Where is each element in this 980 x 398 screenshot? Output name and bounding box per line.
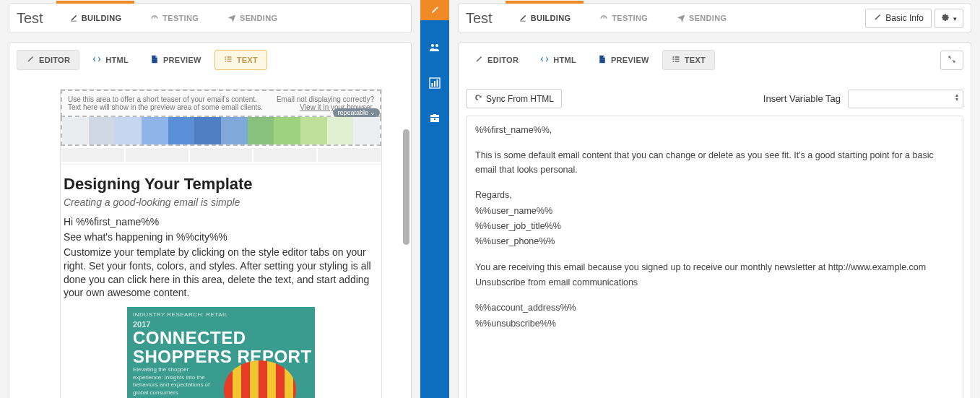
settings-dropdown[interactable] (935, 9, 963, 28)
tab-building[interactable]: BUILDING (56, 4, 135, 33)
repeatable-badge[interactable]: repeatable ⌄ (333, 108, 380, 117)
tab-sending[interactable]: SENDING (664, 4, 740, 33)
caret-down-icon (953, 13, 957, 23)
tab-label: SENDING (240, 14, 277, 22)
edit-icon (69, 14, 78, 22)
step-tabs-left: BUILDING TESTING SENDING (56, 4, 404, 33)
repeatable-label: repeatable (337, 109, 368, 116)
text-line: %%first_name%%, (475, 124, 954, 137)
svg-rect-1 (432, 83, 433, 87)
etab-label: HTML (553, 56, 576, 64)
editor-tabs-right: EDITOR HTML PREVIEW (466, 50, 963, 70)
content-subtitle: Creating a good-looking email is simple (64, 196, 378, 208)
text-line: Unsubscribe from email communications (475, 276, 954, 290)
editor-tab-preview[interactable]: PREVIEW (589, 51, 658, 69)
text-line: %%user_phone%% (475, 235, 954, 248)
expand-icon (948, 55, 956, 66)
right-header: Test BUILDING TESTING (458, 3, 971, 33)
etab-label: HTML (105, 56, 129, 64)
tab-label: TESTING (162, 14, 199, 22)
right-pane: Test BUILDING TESTING (449, 0, 980, 398)
editor-tab-html[interactable]: HTML (532, 51, 585, 69)
etab-label: PREVIEW (611, 56, 649, 64)
tab-sending[interactable]: SENDING (214, 4, 290, 33)
etab-label: TEXT (237, 56, 258, 64)
scrollbar[interactable] (403, 129, 409, 245)
list-icon (224, 55, 233, 65)
pencil-icon (873, 13, 882, 24)
teaser-row[interactable]: Use this area to offer a short teaser of… (61, 90, 381, 117)
chart-icon[interactable] (426, 74, 443, 94)
left-header: Test BUILDING TESTING (9, 3, 412, 33)
teaser-line1: Email not displaying correctly? (277, 95, 374, 103)
code-icon (540, 55, 549, 65)
content-paragraph: Customize your template by clicking on t… (64, 246, 378, 300)
basic-info-button[interactable]: Basic Info (865, 9, 932, 28)
etab-label: EDITOR (487, 56, 519, 64)
header-actions: Basic Info (865, 9, 963, 28)
content-heading: Designing Your Template (64, 175, 378, 194)
list-icon (672, 55, 680, 65)
tab-label: SENDING (689, 14, 727, 22)
chevron-down-icon: ⌄ (370, 109, 376, 116)
email-preview: Use this area to offer a short teaser of… (60, 89, 382, 398)
editor-tab-editor[interactable]: EDITOR (17, 50, 79, 70)
editor-tab-text[interactable]: TEXT (214, 50, 267, 70)
gauge-icon (599, 14, 608, 22)
text-line: %%account_address%% (475, 301, 954, 315)
editor-tab-text[interactable]: TEXT (662, 50, 715, 70)
sidebar-rail (420, 0, 449, 398)
tab-testing[interactable]: TESTING (586, 4, 661, 33)
file-icon (598, 55, 607, 65)
content-line2: See what's happening in %%city%% (64, 230, 378, 244)
etab-label: PREVIEW (163, 56, 201, 64)
pencil-icon (474, 55, 483, 65)
text-line: %%unsubscribe%% (475, 317, 954, 331)
content-block[interactable]: Designing Your Template Creating a good-… (61, 165, 381, 398)
tab-label: BUILDING (531, 14, 571, 22)
briefcase-icon[interactable] (426, 110, 443, 129)
rail-edit-button[interactable] (420, 0, 449, 20)
page-title-right: Test (466, 10, 506, 27)
code-icon (92, 55, 101, 65)
sync-label: Sync From HTML (486, 94, 554, 104)
basic-info-label: Basic Info (885, 13, 924, 23)
page-title-left: Test (17, 10, 56, 27)
gauge-icon (150, 14, 159, 22)
variable-tag-select[interactable]: ▴▾ (848, 90, 963, 108)
spacer-row (61, 146, 381, 165)
text-line: %%user_name%% (475, 204, 954, 218)
editor-tab-preview[interactable]: PREVIEW (142, 51, 210, 69)
etab-label: EDITOR (39, 56, 70, 64)
editor-tab-editor[interactable]: EDITOR (466, 51, 527, 69)
text-line: This is some default email content that … (475, 149, 954, 177)
tab-testing[interactable]: TESTING (137, 4, 212, 33)
tab-label: TESTING (612, 14, 648, 22)
step-tabs-right: BUILDING TESTING SENDING (506, 4, 866, 33)
select-stepper-icon: ▴▾ (955, 93, 958, 103)
text-editor[interactable]: %%first_name%%, This is some default ema… (466, 116, 963, 398)
svg-rect-2 (434, 81, 435, 87)
illus-title: CONNECTED SHOPPERS REPORT (133, 329, 312, 365)
tab-building[interactable]: BUILDING (506, 4, 584, 33)
send-icon (677, 14, 685, 22)
people-icon[interactable] (426, 39, 443, 59)
text-line: %%user_job_title%% (475, 220, 954, 233)
illus-eyebrow: INDUSTRY RESEARCH: RETAIL (133, 311, 228, 318)
text-line: You are receiving this email because you… (475, 261, 954, 274)
pencil-icon (430, 5, 440, 15)
sync-from-html-button[interactable]: Sync From HTML (466, 89, 562, 108)
right-editor-panel: EDITOR HTML PREVIEW (458, 42, 971, 398)
illustration: INDUSTRY RESEARCH: RETAIL 2017 CONNECTED… (127, 307, 315, 398)
gear-icon (941, 13, 950, 24)
editor-tabs-left: EDITOR HTML PREVIEW (17, 50, 404, 70)
expand-button[interactable] (940, 51, 963, 70)
pixel-header[interactable] (61, 117, 381, 146)
balloon-icon (224, 360, 296, 398)
editor-tab-html[interactable]: HTML (84, 51, 137, 69)
content-line1: Hi %%first_name%% (64, 215, 378, 229)
file-icon (150, 55, 159, 65)
variable-tag-label: Insert Variable Tag (763, 93, 841, 104)
left-editor-panel: EDITOR HTML PREVIEW (9, 42, 412, 398)
send-icon (227, 14, 236, 22)
